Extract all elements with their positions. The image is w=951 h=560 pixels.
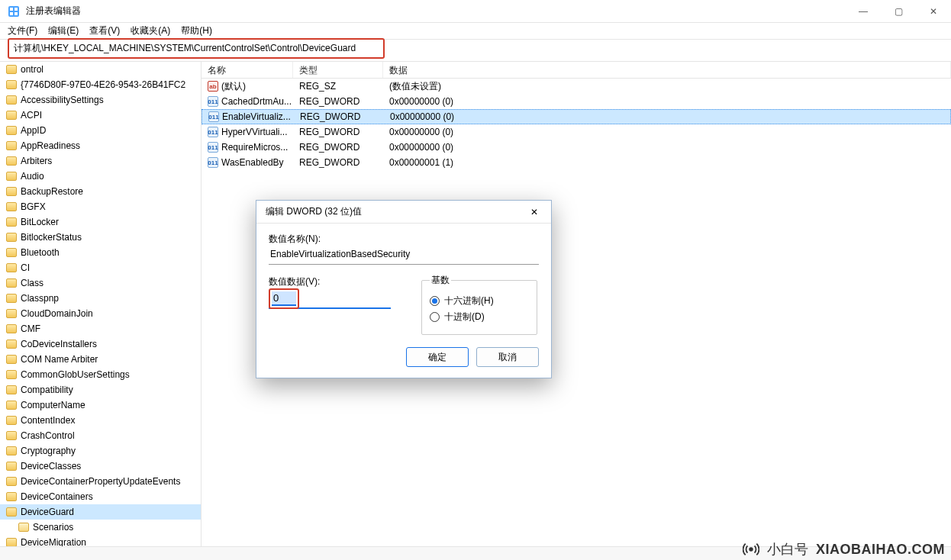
tree-item[interactable]: Bluetooth	[0, 245, 201, 260]
radio-hex-dot	[430, 296, 440, 306]
dialog-close-button[interactable]: ✕	[522, 203, 546, 221]
tree-item[interactable]: ontrol	[0, 62, 201, 77]
menu-view[interactable]: 查看(V)	[89, 24, 120, 37]
col-type[interactable]: 类型	[293, 62, 383, 78]
binary-value-icon: 011	[208, 157, 218, 168]
value-row[interactable]: 011RequireMicros...REG_DWORD0x00000000 (…	[201, 140, 951, 155]
folder-icon	[6, 156, 17, 166]
value-data: 0x00000000 (0)	[383, 142, 459, 153]
maximize-icon: ▢	[895, 6, 903, 17]
menu-favorites[interactable]: 收藏夹(A)	[131, 24, 170, 37]
tree-item-label: BGFX	[21, 201, 46, 212]
folder-icon	[6, 65, 17, 74]
dialog-body: 数值名称(N): 数值数据(V): 基数 十六进制(H)	[256, 224, 551, 378]
value-name: RequireMicros...	[221, 142, 288, 153]
folder-icon	[6, 187, 17, 196]
tree-item[interactable]: {7746D80F-97E0-4E26-9543-26B41FC2	[0, 77, 201, 92]
tree-item[interactable]: CrashControl	[0, 428, 201, 443]
close-button[interactable]: ✕	[916, 0, 951, 23]
tree-item[interactable]: CMF	[0, 321, 201, 336]
tree-item-label: CrashControl	[21, 430, 75, 441]
value-row[interactable]: 011HyperVVirtuali...REG_DWORD0x00000000 …	[201, 124, 951, 140]
folder-icon	[6, 492, 17, 501]
svg-rect-2	[15, 8, 18, 11]
value-name-field[interactable]	[269, 246, 539, 265]
radio-dec[interactable]: 十进制(D)	[430, 311, 529, 323]
folder-icon	[6, 416, 17, 425]
folder-icon	[6, 248, 17, 257]
tree-item[interactable]: DeviceContainerPropertyUpdateEvents	[0, 474, 201, 489]
tree-item-label: CommonGlobUserSettings	[21, 369, 130, 380]
value-data: 0x00000000 (0)	[383, 127, 459, 137]
minimize-icon: —	[859, 6, 868, 17]
tree-item-label: DeviceContainers	[21, 491, 93, 502]
tree-item[interactable]: DeviceGuard	[0, 504, 201, 520]
tree-item[interactable]: CI	[0, 260, 201, 275]
address-input[interactable]: 计算机\HKEY_LOCAL_MACHINE\SYSTEM\CurrentCon…	[8, 38, 385, 59]
ok-button[interactable]: 确定	[406, 347, 469, 367]
tree-item[interactable]: Classpnp	[0, 291, 201, 306]
value-data-input[interactable]	[272, 291, 296, 306]
cancel-button[interactable]: 取消	[476, 347, 539, 367]
tree-item-label: BitlockerStatus	[21, 232, 82, 243]
folder-icon	[6, 172, 17, 181]
tree-item[interactable]: Compatibility	[0, 382, 201, 397]
tree-item[interactable]: BitlockerStatus	[0, 230, 201, 245]
tree-item[interactable]: ComputerName	[0, 397, 201, 413]
tree-pane[interactable]: ontrol{7746D80F-97E0-4E26-9543-26B41FC2A…	[0, 62, 201, 546]
radio-hex[interactable]: 十六进制(H)	[430, 294, 529, 307]
dialog-title: 编辑 DWORD (32 位)值	[266, 205, 362, 218]
tree-item[interactable]: Arbiters	[0, 153, 201, 169]
value-row[interactable]: ab(默认)REG_SZ(数值未设置)	[201, 79, 951, 94]
folder-icon	[6, 233, 17, 242]
value-name: WasEnabledBy	[221, 157, 284, 168]
menu-help[interactable]: 帮助(H)	[181, 24, 212, 37]
tree-item-label: CMF	[21, 323, 40, 334]
tree-item[interactable]: BitLocker	[0, 214, 201, 230]
col-name[interactable]: 名称	[201, 62, 293, 78]
value-row[interactable]: 011WasEnabledByREG_DWORD0x00000001 (1)	[201, 155, 951, 170]
tree-item-label: DeviceMigration	[21, 537, 86, 546]
tree-item[interactable]: AppReadiness	[0, 138, 201, 153]
tree-item[interactable]: Scenarios	[0, 520, 201, 535]
value-data: 0x00000000 (0)	[384, 111, 460, 122]
tree-item[interactable]: Class	[0, 275, 201, 291]
value-data: 0x00000001 (1)	[383, 157, 459, 168]
tree-item[interactable]: Audio	[0, 169, 201, 184]
tree-item[interactable]: CommonGlobUserSettings	[0, 367, 201, 382]
value-row[interactable]: 011EnableVirtualiz...REG_DWORD0x00000000…	[201, 109, 951, 124]
folder-icon	[6, 355, 17, 364]
tree-item-label: ontrol	[21, 64, 44, 75]
tree-item[interactable]: DeviceContainers	[0, 489, 201, 504]
tree-item[interactable]: ACPI	[0, 108, 201, 123]
edit-dword-dialog: 编辑 DWORD (32 位)值 ✕ 数值名称(N): 数值数据(V): 基数	[256, 200, 552, 378]
tree-item[interactable]: CoDeviceInstallers	[0, 336, 201, 352]
folder-icon	[6, 370, 17, 379]
value-columns: 名称 类型 数据	[201, 62, 951, 79]
tree-item[interactable]: Cryptography	[0, 443, 201, 459]
menu-edit[interactable]: 编辑(E)	[48, 24, 79, 37]
folder-icon	[6, 202, 17, 211]
tree-item-label: DeviceClasses	[21, 461, 81, 471]
binary-value-icon: 011	[208, 127, 218, 137]
menu-file[interactable]: 文件(F)	[8, 24, 37, 37]
tree-item[interactable]: CloudDomainJoin	[0, 306, 201, 321]
tree-item[interactable]: AccessibilitySettings	[0, 92, 201, 108]
tree-item[interactable]: DeviceMigration	[0, 535, 201, 546]
col-data[interactable]: 数据	[383, 62, 951, 78]
maximize-button[interactable]: ▢	[881, 0, 916, 23]
tree-item[interactable]: DeviceClasses	[0, 459, 201, 474]
tree-item[interactable]: BackupRestore	[0, 184, 201, 199]
tree-item[interactable]: COM Name Arbiter	[0, 352, 201, 367]
tree-item[interactable]: BGFX	[0, 199, 201, 214]
svg-rect-1	[10, 8, 13, 11]
tree-item[interactable]: ContentIndex	[0, 413, 201, 428]
minimize-button[interactable]: —	[846, 0, 881, 23]
addressbar: 计算机\HKEY_LOCAL_MACHINE\SYSTEM\CurrentCon…	[0, 40, 951, 61]
tree-item-label: Bluetooth	[21, 247, 60, 258]
window-buttons: — ▢ ✕	[846, 0, 951, 23]
value-row[interactable]: 011CachedDrtmAu...REG_DWORD0x00000000 (0…	[201, 94, 951, 109]
value-type: REG_SZ	[293, 81, 383, 92]
tree-item[interactable]: AppID	[0, 123, 201, 138]
radio-dec-label: 十进制(D)	[444, 311, 485, 323]
